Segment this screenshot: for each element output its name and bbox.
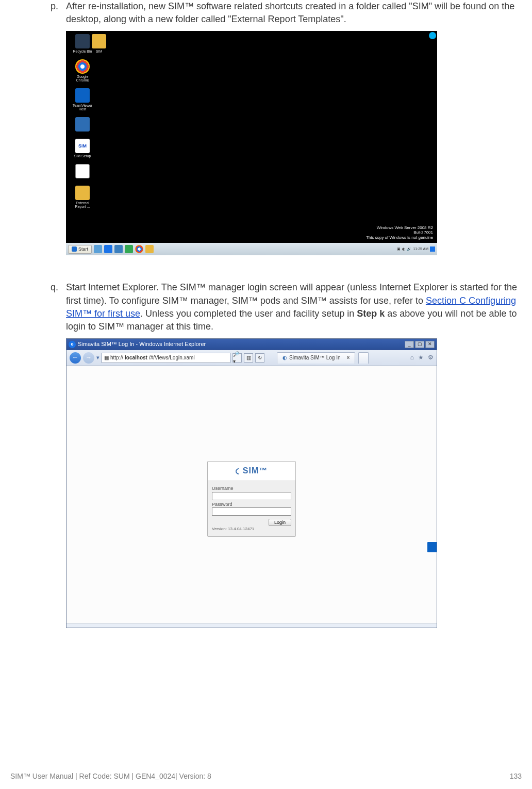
footer-left: SIM™ User Manual | Ref Code: SUM | GEN4_… xyxy=(10,771,211,782)
start-button[interactable]: Start xyxy=(68,245,92,254)
windows-icon xyxy=(72,246,77,252)
login-button[interactable]: Login xyxy=(269,519,291,526)
page-footer: SIM™ User Manual | Ref Code: SUM | GEN4_… xyxy=(0,771,522,782)
desktop-icon-label: SIM xyxy=(96,50,102,53)
logo-swoosh-icon xyxy=(234,467,243,475)
back-button[interactable]: ← xyxy=(70,352,81,364)
recycle-icon xyxy=(75,34,90,48)
ie-icon: e xyxy=(69,341,76,348)
step-q-marker: q. xyxy=(51,281,66,333)
ie-statusbar xyxy=(66,623,437,628)
tray-icon[interactable]: ▣ xyxy=(397,246,401,252)
tools-icon[interactable]: ⚙ xyxy=(428,353,434,362)
desktop-icon-label: Recycle Bin xyxy=(73,50,92,53)
address-bar[interactable]: ▦ http://localhost/#/Views/Login.xaml xyxy=(102,353,230,363)
taskbar-icon[interactable] xyxy=(114,245,123,253)
taskbar-icon[interactable] xyxy=(125,245,133,253)
tab-icon: ◐ xyxy=(282,354,287,361)
desktop-icon-label: SIM Setup xyxy=(74,154,91,158)
desktop-icon[interactable] xyxy=(70,164,95,179)
step-p: p. After re-installation, new SIM™ softw… xyxy=(51,0,522,26)
username-input[interactable] xyxy=(212,492,291,500)
taskbar: Start ▣ ◐ 🔊 11:25 AM xyxy=(66,243,437,255)
taskbar-chrome-icon[interactable] xyxy=(135,245,143,253)
windows-watermark: Windows Web Server 2008 R2 Build 7601 Th… xyxy=(366,225,433,240)
browser-tab[interactable]: ◐ Simavita SIM™ Log In × xyxy=(277,352,355,364)
folder2-icon xyxy=(75,186,90,200)
desktop-folder-sim: SIM xyxy=(92,34,106,53)
desktop-icon[interactable] xyxy=(70,117,95,133)
tray-icon[interactable]: ◐ xyxy=(402,246,405,252)
desktop-icon[interactable]: SIMSIM Setup xyxy=(70,139,95,158)
logo-text: SIM™ xyxy=(243,465,268,476)
ie-util-buttons: ⌂ ★ ⚙ xyxy=(410,353,434,362)
taskbar-ie-icon[interactable] xyxy=(104,245,112,253)
taskbar-icon[interactable] xyxy=(94,245,102,253)
desktop-icon-label: External Report ... xyxy=(70,201,95,208)
sim-logo: SIM™ xyxy=(208,462,295,481)
url-path: /#/Views/Login.xaml xyxy=(149,354,195,361)
close-button[interactable]: ✕ xyxy=(425,341,435,348)
watermark-line: Windows Web Server 2008 R2 xyxy=(366,225,433,231)
dropdown-icon[interactable]: ▾ xyxy=(96,354,99,361)
compat-button[interactable]: ▥ xyxy=(244,353,253,363)
tray-icon[interactable]: 🔊 xyxy=(407,246,411,252)
ie-titlebar: e Simavita SIM™ Log In - Windows Interne… xyxy=(66,339,437,350)
username-label: Username xyxy=(212,485,291,492)
version-text: Version: 13.4.04.12471 xyxy=(212,526,291,532)
system-tray: ▣ ◐ 🔊 11:25 AM xyxy=(397,246,435,252)
watermark-line: Build 7601 xyxy=(366,230,433,235)
step-q-mid: . Unless you completed the user and faci… xyxy=(140,308,357,319)
tab-close-icon[interactable]: × xyxy=(346,354,350,361)
url-prefix: http:// xyxy=(110,354,123,361)
tab-title: Simavita SIM™ Log In xyxy=(289,354,340,361)
forward-button[interactable]: → xyxy=(83,352,94,364)
step-q-text: Start Internet Explorer. The SIM™ manage… xyxy=(66,281,522,333)
teamviewer-tab-icon[interactable] xyxy=(426,541,437,553)
desktop-icon-label: TeamViewer Host xyxy=(70,104,95,111)
home-icon[interactable]: ⌂ xyxy=(410,353,414,362)
clock: 11:25 AM xyxy=(413,246,428,252)
step-q-bold: Step k xyxy=(357,308,385,319)
desktop-icon[interactable]: Recycle Bin xyxy=(70,34,95,53)
watermark-line: This copy of Windows is not genuine xyxy=(366,235,433,240)
screenshot-desktop: Recycle BinGoogle ChromeTeamViewer HostS… xyxy=(66,31,437,255)
page-number: 133 xyxy=(510,771,522,782)
search-dropdown[interactable]: 🔎▾ xyxy=(232,353,242,363)
site-icon: ▦ xyxy=(104,354,109,361)
screenshot-ie-login: e Simavita SIM™ Log In - Windows Interne… xyxy=(66,338,437,628)
tv-icon xyxy=(75,88,90,103)
sim-icon: SIM xyxy=(75,139,90,153)
step-p-text: After re-installation, new SIM™ software… xyxy=(66,0,522,26)
password-input[interactable] xyxy=(212,507,291,516)
tray-icon[interactable] xyxy=(430,246,435,252)
url-host: localhost xyxy=(125,354,147,361)
start-label: Start xyxy=(78,246,88,253)
step-p-marker: p. xyxy=(51,0,66,26)
desktop-icon[interactable]: Google Chrome xyxy=(70,59,95,82)
maximize-button[interactable]: ▢ xyxy=(415,341,424,348)
step-q: q. Start Internet Explorer. The SIM™ man… xyxy=(51,281,522,333)
taskbar-explorer-icon[interactable] xyxy=(145,245,154,253)
minimize-button[interactable]: _ xyxy=(405,341,414,348)
desktop-icon[interactable]: TeamViewer Host xyxy=(70,88,95,111)
pc-icon xyxy=(75,117,90,132)
chrome-icon xyxy=(75,59,90,74)
favorites-icon[interactable]: ★ xyxy=(418,353,424,362)
new-tab-button[interactable] xyxy=(358,352,369,364)
desktop-icon-label: Google Chrome xyxy=(70,75,95,82)
ie-viewport: SIM™ Username Password Login Version: 13… xyxy=(66,366,437,623)
desktop-icon[interactable]: External Report ... xyxy=(70,186,95,208)
login-panel: SIM™ Username Password Login Version: 13… xyxy=(207,461,296,536)
ie-toolbar: ← → ▾ ▦ http://localhost/#/Views/Login.x… xyxy=(66,350,437,366)
skype-icon xyxy=(429,32,436,39)
refresh-button[interactable]: ↻ xyxy=(255,353,264,363)
folder-icon xyxy=(92,34,106,48)
password-label: Password xyxy=(212,501,291,508)
doc-icon xyxy=(75,164,90,178)
window-title: Simavita SIM™ Log In - Windows Internet … xyxy=(78,340,206,348)
